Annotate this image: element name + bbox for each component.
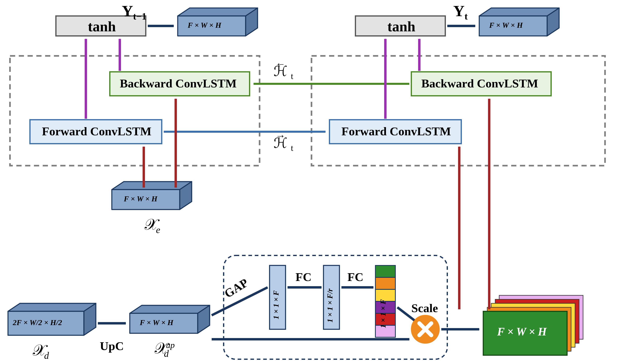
se-dim-1x1xFr: 1 × 1 × F/r <box>325 289 334 323</box>
se-dim-1x1xF-colored: 1 × 1 × F <box>379 299 387 328</box>
svg-marker-6 <box>112 182 192 189</box>
svg-marker-9 <box>8 303 96 311</box>
fc2-label: FC <box>347 270 363 284</box>
tanh-text-right: tanh <box>387 18 415 35</box>
cuboid-dim-y-curr: F × W × H <box>489 21 523 29</box>
xe-label: 𝒳e <box>144 216 160 235</box>
xd-up-label: 𝒳upd <box>154 339 169 359</box>
svg-marker-0 <box>178 8 258 16</box>
y-curr-label: Yt <box>453 2 468 22</box>
cuboid-dim-xe: F × W × H <box>124 194 157 203</box>
backward-text-right: Backward ConvLSTM <box>421 77 538 90</box>
forward-text-left: Forward ConvLSTM <box>42 124 151 138</box>
hidden-back-label: ← ℋ t <box>274 63 293 81</box>
svg-rect-15 <box>375 265 395 277</box>
svg-marker-12 <box>130 305 210 313</box>
backward-text-left: Backward ConvLSTM <box>120 77 237 90</box>
hidden-fwd-label: → ℋ t <box>274 135 293 153</box>
svg-rect-16 <box>375 277 395 289</box>
fc1-label: FC <box>295 270 311 284</box>
output-stack-dim: F × W × H <box>497 325 547 338</box>
forward-text-right: Forward ConvLSTM <box>341 124 451 138</box>
cuboid-dim-xd: 2F × W/2 × H/2 <box>13 318 62 327</box>
tanh-text-left: tanh <box>88 18 116 35</box>
upc-label: UpC <box>100 339 124 353</box>
cuboid-dim-xd-up: F × W × H <box>140 318 173 327</box>
se-dim-1x1xF: 1 × 1 × F <box>272 290 280 319</box>
y-prev-label: Yt−1 <box>122 2 147 22</box>
svg-marker-3 <box>479 8 559 16</box>
xd-label: 𝒳d <box>32 341 49 361</box>
scale-label: Scale <box>411 301 438 315</box>
cuboid-dim-y-prev: F × W × H <box>188 21 221 29</box>
